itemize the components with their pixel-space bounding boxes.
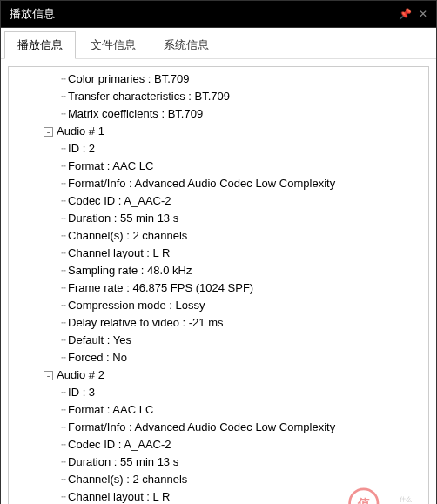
tree-label: Sampling rate : 48.0 kHz	[68, 262, 192, 279]
tree-label: Frame rate : 46.875 FPS (1024 SPF)	[68, 279, 253, 297]
tree-item[interactable]: ⋯Channel(s) : 2 channels	[9, 471, 428, 488]
tree-group-audio1[interactable]: -Audio # 1	[9, 123, 428, 140]
tree-item[interactable]: ⋯Compression mode : Lossy	[9, 297, 428, 314]
tree-label: Matrix coefficients : BT.709	[68, 105, 203, 123]
tree-label: Format/Info : Advanced Audio Codec Low C…	[68, 419, 335, 436]
tree-item[interactable]: ⋯Duration : 55 min 13 s	[9, 210, 428, 227]
tree-label: Duration : 55 min 13 s	[68, 210, 178, 227]
tab-system-info[interactable]: 系统信息	[151, 31, 222, 58]
tree-item[interactable]: ⋯Transfer characteristics : BT.709	[9, 88, 428, 105]
tree-label: ID : 2	[68, 140, 95, 158]
tree-item[interactable]: ⋯Channel layout : L R	[9, 245, 428, 262]
tree-item[interactable]: ⋯ID : 2	[9, 140, 428, 158]
tree-label: Default : Yes	[68, 332, 131, 349]
window-body: 播放信息 文件信息 系统信息 ⋯Color primaries : BT.709…	[0, 28, 437, 504]
tree-group-audio2[interactable]: -Audio # 2	[9, 366, 428, 384]
tree-label: Transfer characteristics : BT.709	[68, 88, 230, 105]
tree-label: Audio # 2	[57, 366, 104, 384]
tree-label: Channel layout : L R	[68, 488, 170, 504]
close-icon[interactable]: ✕	[419, 8, 427, 20]
collapse-icon[interactable]: -	[44, 371, 53, 380]
titlebar-controls: 📌 ✕	[399, 8, 427, 20]
tree-item[interactable]: ⋯Format/Info : Advanced Audio Codec Low …	[9, 419, 428, 436]
tree-item[interactable]: ⋯Forced : No	[9, 349, 428, 366]
collapse-icon[interactable]: -	[44, 127, 53, 137]
tree-label: ID : 3	[68, 384, 95, 401]
tree-label: Channel(s) : 2 channels	[68, 227, 187, 245]
tree-item[interactable]: ⋯Channel layout : L R	[9, 488, 428, 504]
tree-label: Duration : 55 min 13 s	[68, 454, 178, 471]
tree-item[interactable]: ⋯Codec ID : A_AAC-2	[9, 192, 428, 210]
tree-label: Channel(s) : 2 channels	[68, 471, 187, 488]
tree-label: Format/Info : Advanced Audio Codec Low C…	[68, 175, 335, 192]
tree-label: Color primaries : BT.709	[68, 71, 189, 88]
tree-item[interactable]: ⋯Format : AAC LC	[9, 158, 428, 175]
tree-item[interactable]: ⋯Format : AAC LC	[9, 401, 428, 419]
tree-label: Forced : No	[68, 349, 127, 366]
window-title: 播放信息	[10, 6, 55, 22]
tree-item[interactable]: ⋯Format/Info : Advanced Audio Codec Low …	[9, 175, 428, 192]
tree-item[interactable]: ⋯Frame rate : 46.875 FPS (1024 SPF)	[9, 279, 428, 297]
titlebar: 播放信息 📌 ✕	[0, 0, 437, 28]
info-tree-panel[interactable]: ⋯Color primaries : BT.709 ⋯Transfer char…	[8, 66, 429, 504]
tree-label: Codec ID : A_AAC-2	[68, 192, 171, 210]
tree-item[interactable]: ⋯Color primaries : BT.709	[9, 71, 428, 88]
pin-icon[interactable]: 📌	[399, 8, 412, 20]
tree-item[interactable]: ⋯Delay relative to video : -21 ms	[9, 314, 428, 332]
tree-item[interactable]: ⋯Matrix coefficients : BT.709	[9, 105, 428, 123]
tree-label: Format : AAC LC	[68, 158, 153, 175]
tree-item[interactable]: ⋯Sampling rate : 48.0 kHz	[9, 262, 428, 279]
tree-item[interactable]: ⋯Channel(s) : 2 channels	[9, 227, 428, 245]
tree-label: Codec ID : A_AAC-2	[68, 436, 171, 454]
tree-label: Format : AAC LC	[68, 401, 153, 419]
tab-file-info[interactable]: 文件信息	[77, 31, 149, 58]
info-tree: ⋯Color primaries : BT.709 ⋯Transfer char…	[9, 71, 428, 504]
tree-item[interactable]: ⋯Default : Yes	[9, 332, 428, 349]
tree-label: Channel layout : L R	[68, 245, 170, 262]
tree-label: Compression mode : Lossy	[68, 297, 205, 314]
tree-item[interactable]: ⋯Codec ID : A_AAC-2	[9, 436, 428, 454]
tab-bar: 播放信息 文件信息 系统信息	[1, 28, 436, 59]
tree-item[interactable]: ⋯ID : 3	[9, 384, 428, 401]
tree-label: Audio # 1	[57, 123, 104, 140]
tab-playback-info[interactable]: 播放信息	[4, 31, 76, 59]
tree-label: Delay relative to video : -21 ms	[68, 314, 223, 332]
tree-item[interactable]: ⋯Duration : 55 min 13 s	[9, 454, 428, 471]
